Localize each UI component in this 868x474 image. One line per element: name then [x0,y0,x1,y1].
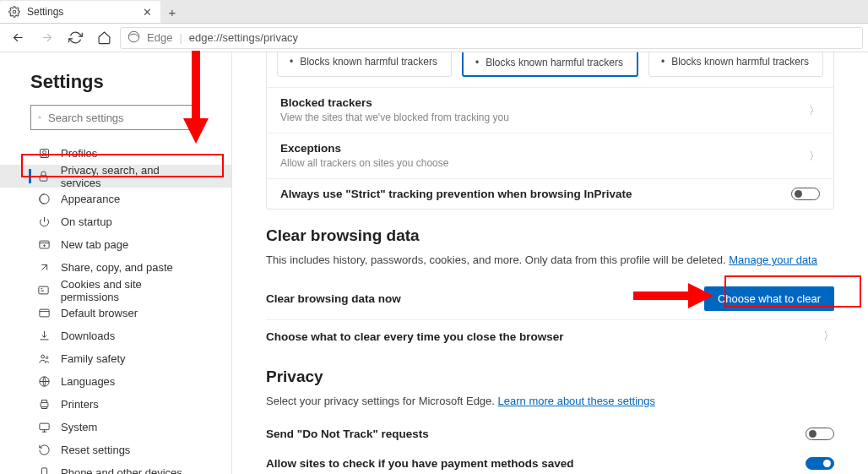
family-icon [37,352,51,365]
tracking-basic-box[interactable]: Blocks known harmful trackers [277,52,452,77]
tracking-prevention-card: Blocks known harmful trackers Blocks kno… [266,52,834,210]
printer-icon [37,398,51,411]
profile-icon [37,147,51,160]
sidebar-item-printers[interactable]: Printers [0,393,231,416]
sidebar-item-downloads[interactable]: Downloads [0,324,231,347]
sidebar-item-label: New tab page [61,238,128,251]
sidebar-item-default-browser[interactable]: Default browser [0,302,231,324]
sidebar-item-label: Default browser [61,307,138,319]
clear-now-row: Clear browsing data now Choose what to c… [266,278,834,319]
new-tab-button[interactable]: + [160,1,184,23]
annotation-arrow-right [633,283,713,308]
chevron-right-icon: 〉 [823,329,834,344]
appearance-icon [37,193,51,205]
address-bar[interactable]: Edge | edge://settings/privacy [120,27,863,49]
strict-inprivate-label: Always use "Strict" tracking prevention … [280,188,632,200]
tracking-strict-bullet: Blocks known harmful trackers [661,56,811,68]
clear-everytime-label: Choose what to clear every time you clos… [266,330,564,343]
refresh-button[interactable] [62,25,88,51]
svg-rect-5 [41,176,48,181]
blocked-trackers-row[interactable]: Blocked trackers View the sites that we'… [267,87,833,133]
svg-point-10 [41,355,44,358]
sidebar-item-label: System [61,421,97,433]
search-input[interactable] [48,112,190,124]
dnt-toggle[interactable] [806,428,834,440]
exceptions-row[interactable]: Exceptions Allow all trackers on sites y… [267,133,833,178]
address-separator: | [179,31,182,44]
sidebar-item-label: Appearance [61,193,120,205]
sidebar-item-privacy[interactable]: Privacy, search, and services [0,165,231,188]
svg-rect-16 [192,51,200,123]
annotation-arrow-down [183,51,209,144]
sidebar-item-startup[interactable]: On startup [0,210,231,233]
privacy-desc: Select your privacy settings for Microso… [266,395,834,407]
sidebar-item-reset[interactable]: Reset settings [0,439,231,461]
tracking-balanced-box[interactable]: Blocks known harmful trackers [462,52,638,77]
sidebar-item-label: Share, copy, and paste [61,261,173,274]
search-settings-box[interactable] [30,105,198,130]
sidebar-item-appearance[interactable]: Appearance [0,188,231,210]
languages-icon [37,375,51,388]
tab-title: Settings [27,6,136,18]
system-icon [37,421,51,433]
payment-row: Allow sites to check if you have payment… [266,449,834,474]
privacy-heading: Privacy [266,368,834,386]
blocked-trackers-desc: View the sites that we've blocked from t… [280,112,509,123]
address-url: edge://settings/privacy [189,31,298,44]
sidebar-item-family[interactable]: Family safety [0,347,231,370]
svg-rect-18 [633,291,692,300]
clear-data-desc: This includes history, passwords, cookie… [266,253,834,266]
sidebar-item-label: Phone and other devices [61,466,182,474]
payment-label: Allow sites to check if you have payment… [266,457,574,470]
sidebar-item-label: Profiles [61,147,97,160]
sidebar-item-system[interactable]: System [0,416,231,439]
newtab-icon [37,238,51,251]
svg-point-1 [128,31,139,42]
strict-inprivate-toggle[interactable] [791,188,820,200]
phone-icon [37,466,51,474]
tracking-strict-box[interactable]: Blocks known harmful trackers [648,52,823,77]
share-icon [37,261,51,274]
tracking-balanced-bullet: Blocks known harmful trackers [475,57,625,68]
forward-button[interactable] [34,25,59,51]
edge-icon [127,30,140,46]
browser-tab[interactable]: Settings ✕ [0,1,160,23]
power-icon [37,215,51,228]
search-icon [38,112,41,123]
sidebar-item-profiles[interactable]: Profiles [0,142,231,165]
download-icon [37,330,51,342]
clear-everytime-row[interactable]: Choose what to clear every time you clos… [266,319,834,352]
sidebar-item-label: Printers [61,398,99,411]
lock-icon [37,170,51,183]
sidebar-item-label: Reset settings [61,444,130,456]
payment-toggle[interactable] [806,457,834,470]
sidebar-item-label: Family safety [61,352,126,365]
svg-marker-19 [688,283,713,308]
clear-now-label: Clear browsing data now [266,292,401,305]
sidebar-item-newtab[interactable]: New tab page [0,233,231,256]
svg-rect-9 [39,309,48,317]
clear-data-heading: Clear browsing data [266,226,834,245]
close-icon[interactable]: ✕ [143,6,152,19]
strict-inprivate-row: Always use "Strict" tracking prevention … [267,178,833,209]
reset-icon [37,444,51,456]
dnt-row: Send "Do Not Track" requests [266,419,834,449]
choose-what-to-clear-button[interactable]: Choose what to clear [704,286,834,311]
exceptions-title: Exceptions [280,142,448,155]
sidebar-item-label: Privacy, search, and services [61,164,201,189]
learn-more-link[interactable]: Learn more about these settings [498,395,655,407]
cookies-icon [37,284,51,297]
svg-point-11 [46,357,48,359]
sidebar-item-share[interactable]: Share, copy, and paste [0,256,231,279]
manage-data-link[interactable]: Manage your data [729,253,817,266]
sidebar-item-languages[interactable]: Languages [0,370,231,393]
back-button[interactable] [5,25,30,51]
svg-marker-17 [183,118,209,144]
sidebar-item-phone[interactable]: Phone and other devices [0,461,231,474]
exceptions-desc: Allow all trackers on sites you choose [280,157,448,169]
svg-point-4 [42,150,46,154]
sidebar-item-cookies[interactable]: Cookies and site permissions [0,279,231,302]
home-button[interactable] [91,25,117,51]
svg-rect-15 [41,468,46,474]
svg-point-2 [39,117,41,118]
